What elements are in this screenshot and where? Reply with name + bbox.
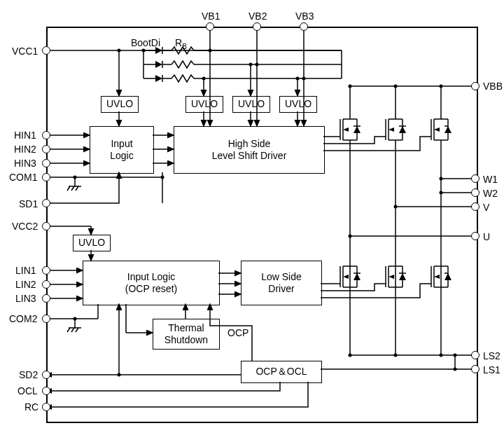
- pin-hin1-label: HIN1: [14, 130, 36, 141]
- low-side-driver-block: Low Side Driver: [241, 261, 322, 305]
- pin-com1-label: COM1: [9, 172, 37, 183]
- pin-hin1: [42, 131, 50, 139]
- uvlo-block-4: UVLO: [279, 96, 317, 113]
- input-logic-block: Input Logic: [90, 126, 154, 174]
- pin-vcc1: [42, 46, 50, 55]
- pin-vcc1-label: VCC1: [12, 46, 38, 57]
- rb-label: RB: [175, 37, 187, 50]
- uvlo-block-3: UVLO: [232, 96, 270, 113]
- pin-sd2-label: SD2: [19, 369, 38, 380]
- pin-vb3: [300, 22, 308, 31]
- pin-com2: [42, 315, 50, 323]
- pin-ls1: [471, 365, 479, 373]
- pin-sd1-label: SD1: [19, 198, 38, 209]
- pin-vb1-label: VB1: [202, 11, 220, 22]
- pin-sd2: [42, 371, 50, 379]
- pin-v: [471, 202, 479, 211]
- pin-lin2-label: LIN2: [15, 279, 36, 290]
- pin-vbb-label: VBB: [483, 81, 503, 92]
- pin-hin3-label: HIN3: [14, 158, 36, 169]
- pin-lin1-label: LIN1: [15, 265, 36, 276]
- pin-ls2-label: LS2: [483, 350, 500, 361]
- pin-u: [471, 232, 479, 240]
- pin-vb2-label: VB2: [248, 11, 267, 22]
- pin-sd1: [42, 199, 50, 207]
- pin-w2-label: W2: [483, 188, 498, 199]
- pin-com2-label: COM2: [9, 313, 37, 324]
- pin-vcc2-label: VCC2: [12, 221, 38, 232]
- pin-ls1-label: LS1: [483, 364, 500, 375]
- pin-vb2: [253, 22, 261, 31]
- bootdi-label: BootDi: [131, 37, 160, 48]
- pin-w1: [471, 174, 479, 183]
- ocp-ocl-block: OCP＆OCL: [241, 361, 322, 383]
- pin-lin3-label: LIN3: [15, 293, 36, 304]
- pin-hin2: [42, 145, 50, 153]
- pin-w1-label: W1: [483, 174, 498, 185]
- pin-v-label: V: [483, 202, 489, 213]
- pin-lin2: [42, 280, 50, 289]
- pin-vb1: [206, 22, 214, 31]
- pin-u-label: U: [483, 231, 490, 242]
- pin-vcc2: [42, 222, 50, 230]
- pin-ocl: [42, 387, 50, 395]
- ocp-net-label: OCP: [227, 327, 248, 338]
- pin-vbb: [471, 82, 479, 90]
- high-side-driver-block: High Side Level Shift Driver: [174, 126, 325, 174]
- pin-ls2: [471, 351, 479, 359]
- uvlo-block-1: UVLO: [101, 96, 139, 113]
- block-diagram: VCC1 HIN1 HIN2 HIN3 COM1 SD1 VCC2 LIN1 L…: [7, 7, 497, 428]
- pin-rc-label: RC: [24, 401, 38, 413]
- pin-w2: [471, 188, 479, 197]
- pin-vb3-label: VB3: [295, 11, 314, 22]
- input-logic-ocp-block: Input Logic (OCP reset): [83, 261, 220, 305]
- uvlo-block-2: UVLO: [186, 96, 223, 113]
- pin-lin3: [42, 294, 50, 303]
- pin-hin3: [42, 159, 50, 167]
- pin-com1: [42, 173, 50, 181]
- pin-ocl-label: OCL: [18, 385, 38, 396]
- uvlo-block-5: UVLO: [73, 235, 111, 251]
- pin-lin1: [42, 266, 50, 275]
- thermal-shutdown-block: Thermal Shutdown: [153, 319, 220, 350]
- pin-hin2-label: HIN2: [14, 144, 36, 155]
- pin-rc: [42, 403, 50, 411]
